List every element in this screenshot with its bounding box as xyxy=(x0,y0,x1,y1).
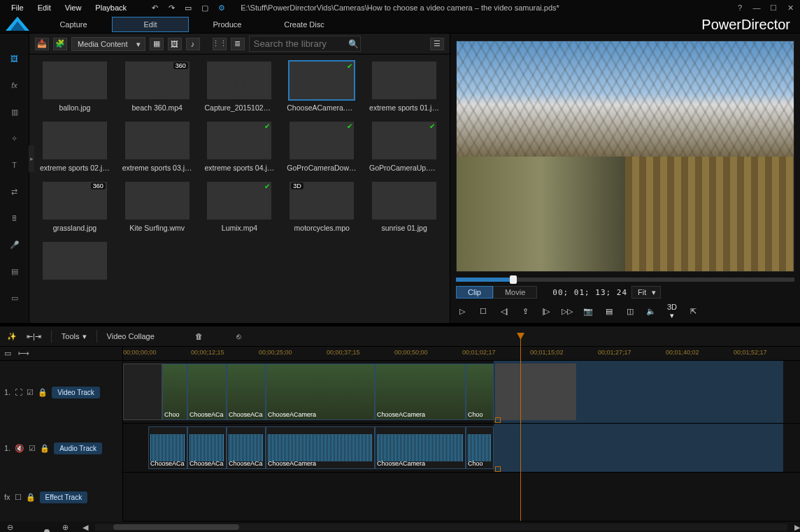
plugin-icon[interactable]: 🧩 xyxy=(53,38,67,50)
track-lock-icon[interactable]: 🔒 xyxy=(40,444,50,453)
media-item-extreme2[interactable]: extreme sports 02.jpg xyxy=(36,122,113,172)
video-collage-button[interactable]: Video Collage xyxy=(107,332,155,340)
media-item-kite[interactable]: Kite Surfing.wmv xyxy=(119,182,196,232)
filter-image-icon[interactable]: 🖼 xyxy=(168,38,182,50)
preview-mode-clip[interactable]: Clip xyxy=(456,286,493,299)
view-grid-icon[interactable]: ⋮⋮ xyxy=(213,38,227,50)
pip-room-icon[interactable]: ▥ xyxy=(8,105,22,119)
media-room-icon[interactable]: 🖼 xyxy=(8,52,22,66)
keyframe-icon[interactable]: ⇤|⇥ xyxy=(27,332,41,341)
media-item-capture[interactable]: ♪♪Capture_20151027_1 ... xyxy=(201,62,278,112)
undo-icon[interactable]: ↶ xyxy=(148,1,161,14)
timeline-hscrollbar[interactable] xyxy=(95,524,787,531)
undock-preview-icon[interactable]: ⇱ xyxy=(687,307,699,316)
media-library-grid: ballon.jpg 360beach 360.mp4 ♪♪Capture_20… xyxy=(29,55,450,323)
chapter-room-icon[interactable]: ▤ xyxy=(8,264,22,278)
track-solo-icon[interactable]: ☑ xyxy=(29,444,36,453)
track-lock-icon[interactable]: 🔒 xyxy=(26,493,36,502)
media-item-choose-camera[interactable]: ChooseACamera.mp4 xyxy=(283,62,360,112)
media-item-extreme3[interactable]: extreme sports 03.jpg xyxy=(119,122,196,172)
title-room-icon[interactable]: T xyxy=(8,158,22,172)
settings-gear-icon[interactable]: ⚙ xyxy=(215,1,228,14)
timeline-markers-icon[interactable]: ⟼ xyxy=(18,349,29,358)
menu-playback[interactable]: Playback xyxy=(88,2,134,13)
media-item-beach360[interactable]: 360beach 360.mp4 xyxy=(119,62,196,112)
prev-frame-icon[interactable]: ◁| xyxy=(498,307,510,316)
library-search-input[interactable] xyxy=(249,36,361,52)
track-link-icon[interactable]: ⛶ xyxy=(15,388,22,396)
close-icon[interactable]: ✕ xyxy=(785,3,796,13)
tab-produce[interactable]: Produce xyxy=(189,17,266,31)
threed-toggle[interactable]: 3D ▾ xyxy=(666,303,678,320)
maximize-icon[interactable]: ☐ xyxy=(768,3,779,13)
delete-icon[interactable]: 🗑 xyxy=(195,332,203,340)
import-media-icon[interactable]: 📥 xyxy=(35,38,49,50)
audio-mixing-icon[interactable]: 🎚 xyxy=(8,211,22,225)
split-icon[interactable]: ⎋ xyxy=(236,332,241,340)
preview-zoom-dropdown[interactable]: Fit xyxy=(631,286,661,299)
expand-rooms-icon[interactable]: ▸ xyxy=(29,145,34,172)
track-mute-icon[interactable]: 🔇 xyxy=(15,444,24,453)
filter-audio-icon[interactable]: ♪ xyxy=(186,38,200,50)
voiceover-icon[interactable]: 🎤 xyxy=(8,238,22,252)
zoom-out-icon[interactable]: ⊖ xyxy=(7,523,13,532)
seek-handle[interactable] xyxy=(510,275,517,284)
tab-capture[interactable]: Capture xyxy=(35,17,112,31)
ruler-mark: 00;01;52;17 xyxy=(734,349,767,356)
aspect-ratio-icon[interactable]: ▢ xyxy=(199,1,211,14)
track-visible-icon[interactable]: ☑ xyxy=(27,388,34,397)
scroll-right-icon[interactable]: ▶ xyxy=(794,523,800,532)
zoom-slider-handle[interactable] xyxy=(44,529,50,532)
view-list-icon[interactable]: ≣ xyxy=(231,38,245,50)
menu-edit[interactable]: Edit xyxy=(31,2,58,13)
step-forward-icon[interactable]: |▷ xyxy=(540,307,552,316)
new-project-icon[interactable]: ▭ xyxy=(182,1,194,14)
timeline-ruler[interactable]: ▭ ⟼ 00;00;00;00 00;00;12;15 00;00;25;00 … xyxy=(0,347,800,361)
media-item-extra[interactable] xyxy=(36,242,113,280)
track-visible-icon[interactable]: ☐ xyxy=(15,493,22,502)
media-content-dropdown[interactable]: Media Content xyxy=(71,37,145,51)
media-item-sunrise[interactable]: sunrise 01.jpg xyxy=(366,182,443,232)
tools-dropdown[interactable]: Tools ▾ xyxy=(62,332,87,341)
preview-seekbar[interactable] xyxy=(456,278,794,282)
zoom-in-icon[interactable]: ⊕ xyxy=(62,523,69,532)
track-lock-icon[interactable]: 🔒 xyxy=(38,388,48,397)
volume-icon[interactable]: 🔈 xyxy=(645,307,657,316)
media-item-extreme1[interactable]: extreme sports 01.jpg xyxy=(366,62,443,112)
next-frame-icon[interactable]: ⇪ xyxy=(519,307,531,316)
fast-forward-icon[interactable]: ▷▷ xyxy=(561,307,573,316)
help-icon[interactable]: ? xyxy=(734,3,745,13)
playhead[interactable] xyxy=(520,333,521,521)
media-item-motorcycles[interactable]: 3Dmotorcycles.mpo xyxy=(283,182,360,232)
stop-icon[interactable]: ☐ xyxy=(477,307,490,316)
subtitle-room-icon[interactable]: ▭ xyxy=(8,291,22,305)
media-item-gopro-down[interactable]: GoProCameraDown-... xyxy=(283,122,360,172)
dual-preview-icon[interactable]: ◫ xyxy=(624,307,636,316)
media-item-extreme4[interactable]: extreme sports 04.jpg xyxy=(201,122,278,172)
minimize-icon[interactable]: — xyxy=(751,3,762,13)
transition-room-icon[interactable]: ⇄ xyxy=(8,185,22,199)
redo-icon[interactable]: ↷ xyxy=(165,1,178,14)
filter-all-icon[interactable]: ▦ xyxy=(150,38,164,50)
media-item-gopro-up[interactable]: GoProCameraUp.MP4 xyxy=(366,122,443,172)
menu-view[interactable]: View xyxy=(58,2,89,13)
tab-edit[interactable]: Edit xyxy=(112,17,189,32)
search-icon[interactable]: 🔍 xyxy=(348,39,359,49)
fix-enhance-icon[interactable]: ✨ xyxy=(7,332,17,341)
scroll-left-icon[interactable]: ◀ xyxy=(83,523,88,532)
preview-quality-icon[interactable]: ▤ xyxy=(603,307,615,316)
media-item-grassland[interactable]: 360grassland.jpg xyxy=(36,182,113,232)
timeline-view-icon[interactable]: ▭ xyxy=(4,349,11,358)
media-item-ballon[interactable]: ballon.jpg xyxy=(36,62,113,112)
snapshot-icon[interactable]: 📷 xyxy=(582,307,594,316)
tab-create-disc[interactable]: Create Disc xyxy=(266,17,343,31)
play-icon[interactable]: ▷ xyxy=(456,307,469,316)
media-item-lumix[interactable]: Lumix.mp4 xyxy=(201,182,278,232)
ruler-mark: 00;00;25;00 xyxy=(259,349,292,356)
preview-mode-movie[interactable]: Movie xyxy=(493,286,537,299)
library-menu-icon[interactable]: ☰ xyxy=(430,38,444,50)
effect-room-icon[interactable]: fx xyxy=(8,78,22,92)
particle-room-icon[interactable]: ✧ xyxy=(8,131,22,145)
menu-file[interactable]: File xyxy=(4,2,31,13)
brand-label: PowerDirector xyxy=(701,17,790,33)
